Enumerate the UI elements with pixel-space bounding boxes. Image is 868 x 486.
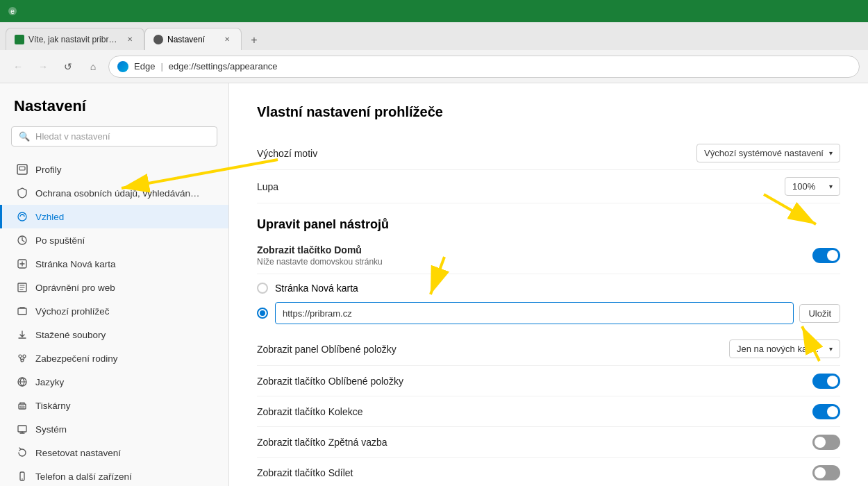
sidebar-item-opravneni[interactable]: Oprávnění pro web	[0, 276, 228, 299]
lupa-row: Lupa 100% ▾	[257, 170, 840, 203]
home-radio-nova-karta-circle	[257, 283, 268, 294]
lupa-dropdown[interactable]: 100% ▾	[785, 177, 840, 196]
svg-point-5	[22, 214, 23, 215]
zpetna-vazba-toggle-knob	[815, 437, 826, 448]
sidebar-item-label-profily: Profily	[35, 165, 62, 175]
domov-row: Zobrazit tlačítko Domů Níže nastavte dom…	[257, 237, 840, 274]
sidebar-item-label-opravneni: Oprávnění pro web	[35, 283, 115, 293]
sidebar-item-label-nova-karta: Stránka Nová karta	[35, 259, 116, 269]
sidebar-item-spusteni[interactable]: Po spuštění	[0, 228, 228, 252]
svg-rect-2	[17, 165, 27, 174]
new-tab-button[interactable]: +	[244, 31, 264, 50]
svg-rect-9	[18, 308, 26, 315]
sidebar-item-label-spusteni: Po spuštění	[35, 235, 85, 246]
forward-button[interactable]: →	[33, 57, 53, 76]
sidebar-item-ochrana[interactable]: Ochrana osobních údajů, vyhledáván…	[0, 181, 228, 205]
sidebar-item-label-tiskarny: Tiskárny	[35, 401, 71, 411]
lupa-chevron-icon: ▾	[829, 183, 833, 190]
kolekce-toggle-knob	[827, 406, 838, 417]
sidebar: Nastavení 🔍 Hledat v nastavení Profily O…	[0, 83, 229, 486]
zpetna-vazba-row: Zobrazit tlačítko Zpětná vazba	[257, 427, 840, 458]
back-button[interactable]: ←	[8, 57, 28, 76]
sidebar-item-label-telefon: Telefon a další zařízení	[35, 471, 132, 482]
sidebar-item-vzhled[interactable]: Vzhled	[0, 205, 228, 228]
address-bar: ← → ↺ ⌂ Edge | edge://settings/appearanc…	[0, 50, 868, 83]
sidebar-item-system[interactable]: Systém	[0, 417, 228, 441]
tab-1-close[interactable]: ✕	[124, 34, 135, 45]
refresh-button[interactable]: ↺	[58, 57, 78, 76]
tab-1-favicon	[15, 35, 24, 44]
home-radio-url[interactable]: Uložit	[257, 298, 840, 328]
tab-1[interactable]: Víte, jak nastavit pribram.cz jako... ✕	[6, 28, 144, 50]
tiskarny-icon	[16, 399, 28, 412]
sdilet-label: Zobrazit tlačítko Sdílet	[257, 467, 353, 478]
vychozi-icon	[16, 305, 28, 317]
home-radio-nova-karta[interactable]: Stránka Nová karta	[257, 278, 840, 298]
domov-label-group: Zobrazit tlačítko Domů Níže nastavte dom…	[257, 244, 383, 267]
address-separator: |	[160, 61, 162, 72]
motiv-chevron-icon: ▾	[829, 149, 833, 157]
home-radio-group: Stránka Nová karta Uložit	[257, 274, 840, 333]
oblibene-tlacitko-label: Zobrazit tlačítko Oblíbené položky	[257, 376, 403, 387]
oblibene-panel-chevron-icon: ▾	[829, 345, 833, 353]
title-bar: e	[0, 0, 868, 22]
sidebar-search[interactable]: 🔍 Hledat v nastavení	[11, 126, 217, 146]
svg-rect-3	[19, 167, 25, 170]
sidebar-item-nova-karta[interactable]: Stránka Nová karta	[0, 252, 228, 276]
oblibene-tlacitko-toggle[interactable]	[812, 374, 840, 389]
home-button[interactable]: ⌂	[83, 57, 103, 76]
search-icon: 🔍	[19, 131, 30, 142]
zabezpeceni-icon	[16, 352, 28, 364]
browser-name: Edge	[134, 61, 155, 72]
sidebar-item-tiskarny[interactable]: Tiskárny	[0, 394, 228, 417]
ochrana-icon	[16, 187, 28, 199]
save-button[interactable]: Uložit	[799, 304, 840, 323]
kolekce-toggle[interactable]	[812, 404, 840, 419]
sidebar-item-telefon[interactable]: Telefon a další zařízení	[0, 464, 228, 486]
sidebar-item-zabezpeceni[interactable]: Zabezpečení rodiny	[0, 346, 228, 370]
system-icon	[16, 423, 28, 435]
lupa-label: Lupa	[257, 181, 278, 192]
domov-toggle[interactable]	[812, 248, 840, 263]
sidebar-item-profily[interactable]: Profily	[0, 158, 228, 181]
oblibene-panel-row: Zobrazit panel Oblíbené položky Jen na n…	[257, 333, 840, 366]
sidebar-item-label-ochrana: Ochrana osobních údajů, vyhledáván…	[35, 188, 199, 199]
edge-logo-icon	[117, 61, 128, 72]
motiv-row: Výchozí motiv Výchozí systémové nastaven…	[257, 137, 840, 170]
sidebar-title: Nastavení	[0, 97, 228, 126]
sidebar-item-label-vychozi: Výchozí prohlížeč	[35, 306, 110, 317]
search-placeholder: Hledat v nastavení	[35, 131, 110, 142]
profily-icon	[16, 163, 28, 176]
svg-point-4	[18, 212, 26, 221]
zpetna-vazba-toggle[interactable]	[812, 435, 840, 450]
kolekce-label: Zobrazit tlačítko Kolekce	[257, 406, 363, 417]
spusteni-icon	[16, 234, 28, 246]
vzhled-icon	[16, 210, 28, 223]
sidebar-item-resetovat[interactable]: Resetovat nastavení	[0, 441, 228, 464]
sidebar-item-label-stazene: Stažené soubory	[35, 330, 106, 340]
browser-logo: e	[6, 4, 19, 18]
sidebar-item-stazene[interactable]: Stažené soubory	[0, 323, 228, 346]
tab-1-title: Víte, jak nastavit pribram.cz jako...	[28, 35, 120, 44]
sidebar-item-vychozi[interactable]: Výchozí prohlížeč	[0, 299, 228, 323]
motiv-label: Výchozí motiv	[257, 148, 317, 159]
sidebar-item-jazyky[interactable]: Jazyky	[0, 370, 228, 394]
svg-point-11	[23, 355, 26, 358]
motiv-dropdown[interactable]: Výchozí systémové nastavení ▾	[696, 144, 840, 162]
url-input[interactable]	[275, 302, 794, 324]
sidebar-item-label-jazyky: Jazyky	[35, 377, 64, 387]
url-input-row: Uložit	[275, 302, 840, 324]
tab-bar: Víte, jak nastavit pribram.cz jako... ✕ …	[0, 22, 868, 50]
home-radio-url-circle	[257, 308, 268, 319]
jazyky-icon	[16, 376, 28, 388]
address-url: edge://settings/appearance	[169, 61, 278, 72]
oblibene-panel-value: Jen na nových kar…	[737, 344, 819, 354]
sidebar-item-label-vzhled: Vzhled	[35, 212, 64, 222]
tab-2-close[interactable]: ✕	[222, 34, 233, 45]
address-input[interactable]: Edge | edge://settings/appearance	[108, 56, 860, 78]
browser-content: Nastavení 🔍 Hledat v nastavení Profily O…	[0, 83, 868, 486]
oblibene-panel-dropdown[interactable]: Jen na nových kar… ▾	[729, 340, 840, 358]
domov-toggle-knob	[827, 250, 838, 261]
sdilet-toggle[interactable]	[812, 465, 840, 480]
tab-2[interactable]: Nastavení ✕	[144, 28, 242, 50]
